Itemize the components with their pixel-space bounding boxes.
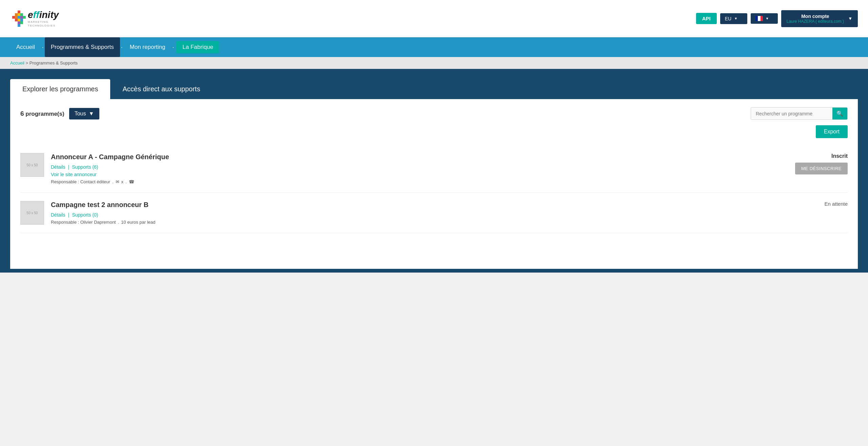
phone-icon: ☎ [129,179,134,184]
desinscrire-button[interactable]: ME DÉSINSCRIRE [795,163,848,174]
chevron-down-icon: ▼ [88,111,94,117]
voir-site-link[interactable]: Voir le site annonceur [51,172,97,177]
region-label: EU [725,16,731,21]
filter-dropdown[interactable]: Tous ▼ [69,108,100,119]
program-status: En attente [793,201,848,207]
svg-rect-8 [23,16,26,19]
program-meta: Responsable : Contact éditeur . ✉ x . ☎ [51,179,787,184]
header: effinity MARKETINGTECHNOLOGIES API EU ▼ … [0,0,868,37]
chevron-down-icon: ▼ [734,17,737,20]
flag-france-icon [755,16,763,21]
program-info: Annonceur A - Campagne Générique Détails… [51,153,787,184]
nav-fabrique[interactable]: La Fabrique [176,41,219,53]
program-title: Campagne test 2 annonceur B [51,201,787,209]
svg-rect-1 [15,13,18,16]
nav-dot: • [120,46,124,49]
program-card: 50 x 50 Annonceur A - Campagne Générique… [20,145,848,193]
logo-subtitle: MARKETINGTECHNOLOGIES [28,20,59,27]
program-meta: Responsable : Olivier Dapremont . 10 eur… [51,220,787,225]
search-icon: 🔍 [836,111,843,116]
logo-text: effinity [28,10,59,20]
program-title: Annonceur A - Campagne Générique [51,153,787,161]
tab-acces[interactable]: Accès direct aux supports [110,79,212,99]
supports-link[interactable]: Supports (6) [72,164,98,170]
supports-link[interactable]: Supports (0) [72,212,98,218]
region-dropdown[interactable]: EU ▼ [720,13,747,24]
svg-rect-4 [12,16,15,19]
svg-rect-6 [18,16,20,19]
dot-separator: . [118,220,119,225]
mail-icon: ✉ [116,179,119,184]
export-button[interactable]: Export [816,125,848,138]
breadcrumb-separator: > [26,60,29,66]
svg-rect-0 [18,11,20,13]
program-thumbnail: 50 x 50 [20,201,44,225]
status-label: Inscrit [793,153,848,159]
nav-dot: • [171,46,175,49]
nav-reporting[interactable]: Mon reporting [124,37,172,57]
search-button[interactable]: 🔍 [832,108,847,119]
api-button[interactable]: API [696,13,717,24]
voir-site-link-row: Voir le site annonceur [51,172,787,177]
breadcrumb-home[interactable]: Accueil [10,60,24,66]
logo-icon [10,10,28,27]
program-count: 6 programme(s) [20,110,64,117]
filter-left: 6 programme(s) Tous ▼ [20,108,99,119]
program-status: Inscrit ME DÉSINSCRIRE [793,153,848,174]
chevron-down-icon: ▼ [766,17,769,20]
main-content: Explorer les programmes Accès direct aux… [0,69,868,273]
program-card: 50 x 50 Campagne test 2 annonceur B Déta… [20,193,848,233]
search-container: 🔍 [751,107,848,120]
status-label: En attente [793,201,848,207]
program-links: Détails | Supports (0) [51,212,787,218]
svg-rect-5 [15,16,18,19]
svg-rect-2 [18,13,20,16]
program-links: Détails | Supports (6) [51,164,787,170]
program-info: Campagne test 2 annonceur B Détails | Su… [51,201,787,225]
nav-programmes[interactable]: Programmes & Supports [45,37,120,57]
language-dropdown[interactable]: ▼ [751,13,778,24]
program-thumbnail: 50 x 50 [20,153,44,177]
breadcrumb: Accueil > Programmes & Supports [0,57,868,69]
content-area: 6 programme(s) Tous ▼ 🔍 Export [10,99,858,269]
account-label: Mon compte [787,14,844,19]
breadcrumb-current: Programmes & Supports [29,60,78,66]
svg-rect-3 [20,13,23,16]
tabs: Explorer les programmes Accès direct aux… [10,79,858,99]
main-nav: Accueil • Programmes & Supports • Mon re… [0,37,868,57]
svg-rect-13 [20,21,23,24]
search-input[interactable] [751,108,832,119]
nav-accueil[interactable]: Accueil [10,37,41,57]
svg-rect-7 [20,16,23,19]
tab-explorer[interactable]: Explorer les programmes [10,79,110,99]
details-link[interactable]: Détails [51,212,65,218]
filter-right: 🔍 [751,107,848,120]
svg-rect-9 [15,19,18,21]
dot-separator: . [125,179,127,184]
account-email: Laure HAZERA ( editeura.com ) [787,19,844,24]
logo-area: effinity MARKETINGTECHNOLOGIES [10,10,59,27]
svg-rect-11 [20,19,23,21]
dot-separator: . [112,179,114,184]
filter-dropdown-label: Tous [75,111,86,117]
chevron-down-icon: ▼ [848,16,852,21]
header-right: API EU ▼ ▼ Mon compte Laure HAZERA ( edi… [696,10,858,27]
filter-bar: 6 programme(s) Tous ▼ 🔍 [20,107,848,120]
export-row: Export [20,125,848,138]
account-dropdown[interactable]: Mon compte Laure HAZERA ( editeura.com )… [781,10,858,27]
svg-rect-12 [18,21,20,24]
details-link[interactable]: Détails [51,164,65,170]
svg-rect-10 [18,19,20,21]
svg-rect-14 [18,24,20,27]
nav-dot: • [41,46,45,49]
